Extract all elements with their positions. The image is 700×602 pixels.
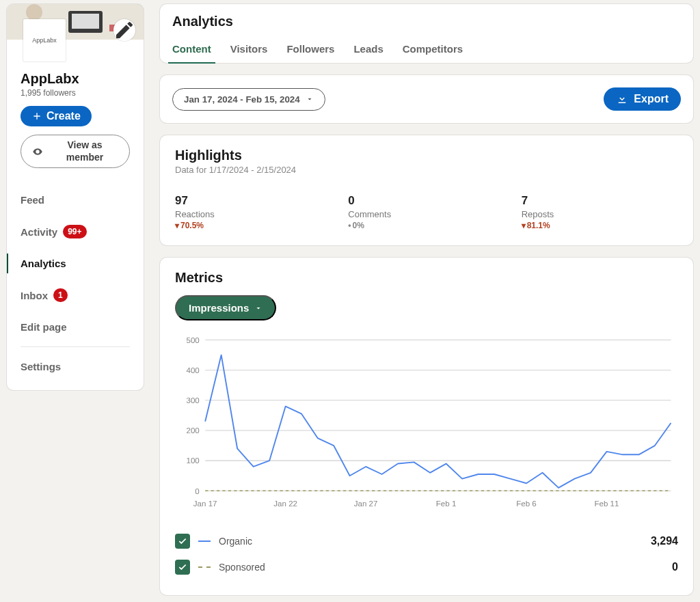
- sidebar-item-edit-page[interactable]: Edit page: [7, 312, 144, 342]
- legend-value: 0: [672, 561, 678, 573]
- sidebar-item-activity[interactable]: Activity99+: [7, 215, 144, 248]
- eye-icon: [32, 146, 43, 158]
- sidebar-item-label: Settings: [21, 361, 61, 372]
- sidebar: AppLabx AppLabx 1,995 followers Create V…: [7, 4, 144, 390]
- legend-checkbox[interactable]: [175, 560, 190, 575]
- notification-badge: 1: [53, 288, 68, 302]
- metric-selector-label: Impressions: [189, 302, 249, 314]
- tab-bar: ContentVisitorsFollowersLeadsCompetitors: [172, 43, 681, 63]
- main: Analytics ContentVisitorsFollowersLeadsC…: [160, 4, 693, 595]
- highlights-subtitle: Data for 1/17/2024 - 2/15/2024: [175, 165, 678, 175]
- metric-selector[interactable]: Impressions: [175, 295, 276, 320]
- pencil-icon: [113, 19, 135, 41]
- svg-text:400: 400: [186, 366, 199, 374]
- sidebar-item-label: Analytics: [21, 258, 66, 269]
- date-range-picker[interactable]: Jan 17, 2024 - Feb 15, 2024: [172, 88, 325, 111]
- date-range-label: Jan 17, 2024 - Feb 15, 2024: [184, 94, 300, 105]
- edit-cover-button[interactable]: [113, 19, 135, 41]
- sidebar-item-label: Activity: [21, 226, 57, 238]
- trend-value: 81.1%: [527, 221, 550, 230]
- cover-image: AppLabx: [7, 4, 144, 40]
- highlights-card: Highlights Data for 1/17/2024 - 2/15/202…: [160, 135, 693, 245]
- export-label: Export: [634, 93, 669, 105]
- create-button[interactable]: Create: [21, 106, 92, 126]
- svg-text:Jan 27: Jan 27: [354, 500, 378, 508]
- metrics-title: Metrics: [175, 270, 678, 286]
- metrics-card: Metrics Impressions 0100200300400500Jan …: [160, 258, 693, 595]
- highlight-value: 7: [522, 194, 678, 208]
- highlight-reactions: 97Reactions▾70.5%: [175, 194, 332, 230]
- view-as-member-button[interactable]: View as member: [21, 135, 130, 168]
- highlight-comments: 0Comments•0%: [348, 194, 504, 230]
- tab-leads[interactable]: Leads: [353, 43, 383, 63]
- sidebar-item-analytics[interactable]: Analytics: [7, 248, 144, 279]
- filter-card: Jan 17, 2024 - Feb 15, 2024 Export: [160, 75, 693, 123]
- svg-point-3: [26, 4, 42, 20]
- svg-text:0: 0: [195, 487, 199, 495]
- trend-indicator: ▾81.1%: [522, 221, 678, 230]
- svg-text:Feb 1: Feb 1: [436, 500, 457, 508]
- trend-value: 70.5%: [180, 221, 204, 230]
- avatar-text: AppLabx: [32, 37, 57, 44]
- svg-text:300: 300: [186, 396, 199, 405]
- svg-text:Feb 11: Feb 11: [595, 500, 619, 508]
- tab-content[interactable]: Content: [172, 43, 211, 63]
- sidebar-item-label: Edit page: [21, 321, 67, 333]
- check-icon: [178, 562, 187, 572]
- export-button[interactable]: Export: [604, 87, 681, 111]
- highlights-title: Highlights: [175, 148, 678, 163]
- svg-text:200: 200: [186, 426, 199, 435]
- tab-followers[interactable]: Followers: [286, 43, 334, 63]
- legend-row-organic: Organic3,294: [175, 528, 678, 554]
- view-as-label: View as member: [51, 139, 118, 163]
- analytics-header-card: Analytics ContentVisitorsFollowersLeadsC…: [160, 4, 693, 63]
- analytics-title: Analytics: [172, 14, 681, 29]
- check-icon: [178, 536, 187, 546]
- svg-text:Jan 17: Jan 17: [193, 500, 217, 508]
- followers-count: 1,995 followers: [21, 88, 130, 98]
- legend-checkbox[interactable]: [175, 534, 190, 549]
- highlight-label: Reactions: [175, 209, 332, 219]
- series-swatch-dashed: [198, 566, 211, 568]
- avatar[interactable]: AppLabx: [23, 19, 66, 61]
- highlight-value: 0: [348, 194, 504, 208]
- sidebar-item-label: Inbox: [21, 290, 48, 301]
- series-swatch-solid: [198, 541, 211, 542]
- create-button-label: Create: [46, 110, 81, 122]
- tab-visitors[interactable]: Visitors: [230, 43, 268, 63]
- sidebar-item-feed[interactable]: Feed: [7, 184, 144, 215]
- legend-value: 3,294: [651, 535, 678, 547]
- download-icon: [616, 93, 628, 105]
- trend-down-icon: ▾: [522, 221, 526, 230]
- trend-neutral-icon: •: [348, 221, 351, 230]
- highlight-label: Reposts: [522, 209, 678, 219]
- svg-text:Jan 22: Jan 22: [273, 500, 297, 508]
- svg-text:100: 100: [186, 456, 199, 465]
- svg-text:Feb 6: Feb 6: [516, 500, 537, 508]
- notification-badge: 99+: [63, 225, 86, 238]
- legend-row-sponsored: Sponsored0: [175, 554, 678, 580]
- highlight-reposts: 7Reposts▾81.1%: [522, 194, 678, 230]
- trend-value: 0%: [353, 221, 364, 230]
- legend-label: Sponsored: [219, 562, 265, 573]
- plus-icon: [31, 111, 42, 122]
- caret-down-icon: [254, 304, 262, 312]
- trend-indicator: •0%: [348, 221, 504, 230]
- tab-competitors[interactable]: Competitors: [403, 43, 463, 63]
- svg-text:500: 500: [186, 336, 199, 344]
- page-name: AppLabx: [21, 71, 130, 87]
- sidebar-nav: FeedActivity99+AnalyticsInbox1Edit page: [7, 184, 144, 342]
- sidebar-item-settings[interactable]: Settings: [7, 351, 144, 382]
- svg-rect-2: [72, 14, 99, 29]
- sidebar-divider: [21, 346, 130, 347]
- trend-indicator: ▾70.5%: [175, 221, 332, 230]
- highlight-value: 97: [175, 194, 332, 208]
- sidebar-item-inbox[interactable]: Inbox1: [7, 279, 144, 312]
- sidebar-item-label: Feed: [21, 194, 44, 206]
- trend-down-icon: ▾: [175, 221, 179, 230]
- caret-down-icon: [306, 95, 314, 103]
- highlight-label: Comments: [348, 209, 504, 219]
- legend-label: Organic: [219, 536, 252, 547]
- impressions-chart: 0100200300400500Jan 17Jan 22Jan 27Feb 1F…: [175, 333, 678, 515]
